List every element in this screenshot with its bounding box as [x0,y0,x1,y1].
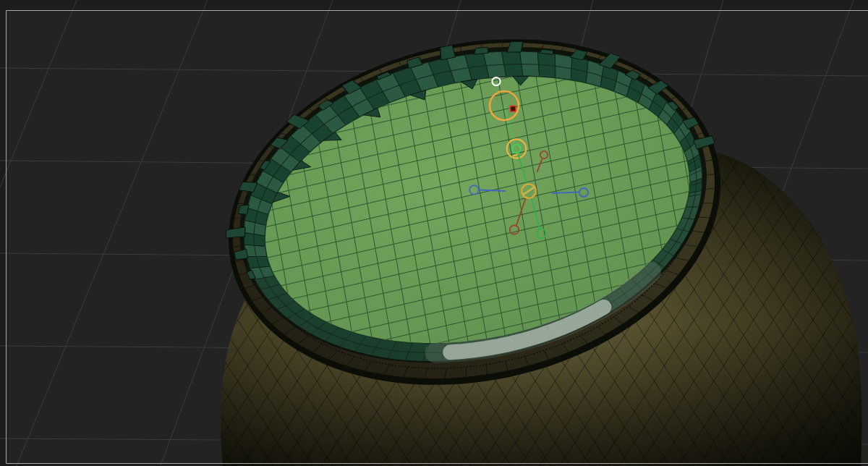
active-vertex-marker[interactable] [511,106,516,112]
blender-3d-viewport[interactable] [0,0,868,466]
app-window [0,0,868,466]
